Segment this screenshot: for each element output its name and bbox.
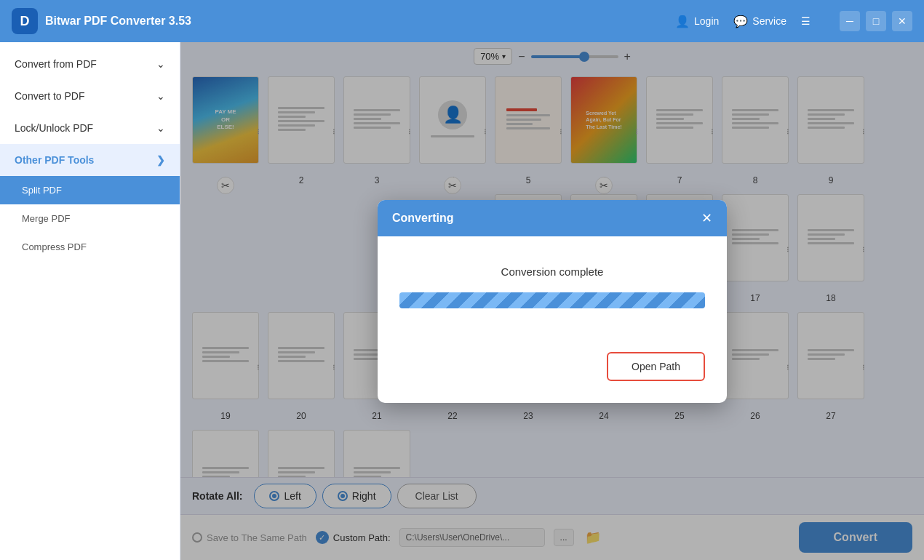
chevron-down-icon: ⌄ [156, 122, 165, 134]
sidebar-item-lock-unlock-pdf[interactable]: Lock/Unlock PDF ⌄ [0, 112, 180, 144]
sidebar-label-lock-unlock: Lock/Unlock PDF [15, 122, 93, 134]
converting-modal: Converting ✕ Conversion complete Open Pa… [378, 200, 727, 403]
sidebar-item-other-pdf-tools[interactable]: Other PDF Tools ❯ [0, 144, 180, 176]
modal-footer: Open Path [378, 337, 727, 403]
window-controls: ─ □ ✕ [840, 11, 912, 31]
service-button[interactable]: 💬 Service [733, 15, 786, 28]
chevron-down-icon: ⌄ [156, 90, 165, 102]
titlebar-actions: 👤 Login 💬 Service ☰ ─ □ ✕ [675, 11, 912, 31]
open-path-button[interactable]: Open Path [607, 352, 705, 381]
modal-header: Converting ✕ [378, 200, 727, 236]
menu-icon: ☰ [801, 15, 811, 27]
main-layout: Convert from PDF ⌄ Convert to PDF ⌄ Lock… [0, 42, 924, 560]
modal-status-text: Conversion complete [501, 265, 604, 278]
close-button[interactable]: ✕ [892, 11, 912, 31]
sidebar-item-convert-from-pdf[interactable]: Convert from PDF ⌄ [0, 48, 180, 80]
sidebar-item-convert-to-pdf[interactable]: Convert to PDF ⌄ [0, 80, 180, 112]
login-button[interactable]: 👤 Login [675, 15, 719, 28]
chevron-right-icon: ❯ [156, 154, 165, 166]
sidebar-label-convert-from-pdf: Convert from PDF [15, 58, 97, 70]
sidebar-item-merge-pdf[interactable]: Merge PDF [0, 204, 180, 233]
minimize-button[interactable]: ─ [840, 11, 860, 31]
sidebar-label-other-tools: Other PDF Tools [15, 154, 94, 166]
titlebar: D Bitwar PDF Converter 3.53 👤 Login 💬 Se… [0, 0, 924, 42]
maximize-button[interactable]: □ [866, 11, 886, 31]
modal-body: Conversion complete [378, 236, 727, 337]
sidebar-item-compress-pdf[interactable]: Compress PDF [0, 233, 180, 261]
modal-close-button[interactable]: ✕ [701, 210, 712, 226]
menu-button[interactable]: ☰ [801, 15, 811, 27]
sidebar: Convert from PDF ⌄ Convert to PDF ⌄ Lock… [0, 42, 180, 560]
content-area: 70% ▾ − + PAY MEORELSE! ✂ ··· 1 [180, 42, 924, 560]
sidebar-label-convert-to-pdf: Convert to PDF [15, 90, 84, 102]
chevron-down-icon: ⌄ [156, 58, 165, 70]
sidebar-item-split-pdf[interactable]: Split PDF [0, 176, 180, 204]
app-logo: D [12, 8, 38, 34]
progress-bar [399, 292, 705, 308]
service-icon: 💬 [733, 15, 748, 28]
modal-overlay: Converting ✕ Conversion complete Open Pa… [180, 42, 924, 560]
modal-title: Converting [392, 212, 453, 225]
user-icon: 👤 [675, 15, 690, 28]
app-title: Bitwar PDF Converter 3.53 [45, 15, 675, 28]
